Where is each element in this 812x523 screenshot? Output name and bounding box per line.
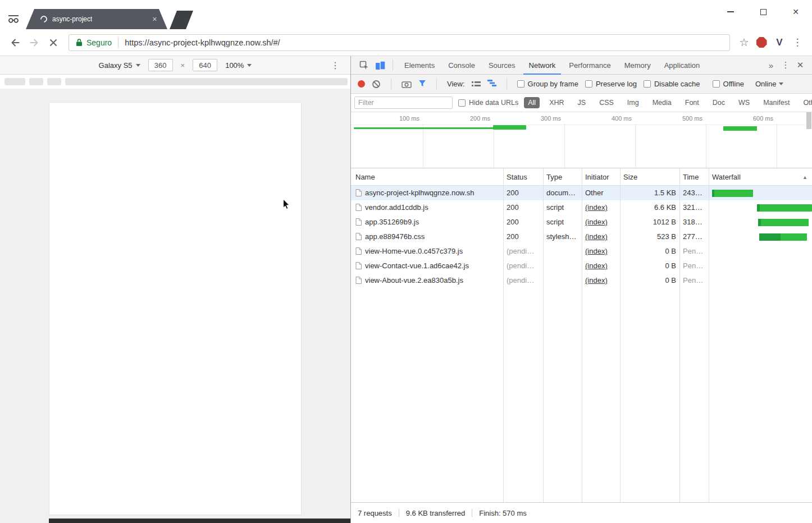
device-select[interactable]: Galaxy S5 <box>99 61 140 70</box>
sort-arrow-icon[interactable]: ▲ <box>802 175 808 180</box>
ruler-segment[interactable] <box>65 78 348 85</box>
offline-option[interactable]: Offline <box>713 80 744 88</box>
waterfall-bar <box>758 219 809 226</box>
browser-tab[interactable]: async-project ✕ <box>26 9 167 29</box>
bookmark-button[interactable]: ☆ <box>736 34 752 51</box>
column-header-initiator[interactable]: Initiator <box>585 173 609 181</box>
filter-type-all[interactable]: All <box>524 97 540 108</box>
filter-type-font[interactable]: Font <box>681 97 703 108</box>
initiator-link[interactable]: (index) <box>585 276 618 285</box>
device-width-input[interactable] <box>148 59 173 71</box>
new-tab-button[interactable] <box>170 11 193 29</box>
waterfall-cell <box>709 259 812 273</box>
profile-button[interactable] <box>6 12 21 25</box>
table-row[interactable]: async-project-kplhwqgnze.now.sh 200 docu… <box>351 186 812 200</box>
preserve-log-option[interactable]: Preserve log <box>585 80 637 88</box>
device-toolbar-menu-button[interactable]: ⋮ <box>327 56 344 75</box>
forward-button[interactable] <box>25 33 44 52</box>
vimium-extension-button[interactable]: V <box>770 34 788 52</box>
filter-type-ws[interactable]: WS <box>735 97 754 108</box>
filter-type-other[interactable]: Other <box>799 97 812 108</box>
column-header-size[interactable]: Size <box>623 173 637 181</box>
filter-type-css[interactable]: CSS <box>595 97 618 108</box>
table-row[interactable]: view-Contact-vue.1.ad6cae42.js (pendi… (… <box>351 259 812 273</box>
disable-cache-checkbox[interactable] <box>644 80 651 88</box>
maximize-button[interactable] <box>747 0 779 24</box>
preserve-log-checkbox[interactable] <box>585 80 592 88</box>
address-bar[interactable]: Seguro https://async-project-kplhwqgnze.… <box>69 34 730 51</box>
tab-console[interactable]: Console <box>443 56 481 75</box>
tab-elements[interactable]: Elements <box>399 56 440 75</box>
filter-type-img[interactable]: Img <box>623 97 643 108</box>
more-tabs-button[interactable]: » <box>764 56 778 74</box>
column-header-type[interactable]: Type <box>546 173 562 181</box>
filter-type-manifest[interactable]: Manifest <box>759 97 793 108</box>
request-name-cell: vendor.add1cddb.js <box>355 203 500 212</box>
filter-type-xhr[interactable]: XHR <box>545 97 568 108</box>
stop-loading-button[interactable] <box>44 33 63 52</box>
close-devtools-button[interactable]: ✕ <box>793 56 808 74</box>
status-cell: (pendi… <box>507 276 541 285</box>
show-overview-icon[interactable] <box>487 80 496 86</box>
column-header-time[interactable]: Time <box>683 173 699 181</box>
hide-data-urls-checkbox[interactable] <box>458 99 466 107</box>
group-by-frame-checkbox[interactable] <box>517 80 524 88</box>
tab-close-icon[interactable]: ✕ <box>152 16 157 23</box>
ruler-segment[interactable] <box>4 78 25 85</box>
tab-application[interactable]: Application <box>659 56 706 75</box>
device-toolbar: Galaxy S5 × 100% ⋮ <box>0 56 350 75</box>
url-text[interactable]: https://async-project-kplhwqgnze.now.sh/… <box>125 38 280 47</box>
tab-performance[interactable]: Performance <box>563 56 616 75</box>
device-viewport[interactable] <box>49 102 302 515</box>
ruler-segment[interactable] <box>29 78 43 85</box>
disable-cache-option[interactable]: Disable cache <box>644 80 700 88</box>
large-rows-view-icon[interactable] <box>472 81 481 88</box>
network-overview[interactable]: 100 ms 200 ms 300 ms 400 ms 500 ms 600 m… <box>351 112 812 168</box>
table-row[interactable]: view-Home-vue.0.c457c379.js (pendi… (ind… <box>351 244 812 259</box>
table-row[interactable]: app.351269b9.js 200 script (index) 1012 … <box>351 215 812 230</box>
ruler-segment[interactable] <box>47 78 61 85</box>
filter-type-js[interactable]: JS <box>574 97 590 108</box>
tab-memory[interactable]: Memory <box>619 56 656 75</box>
table-row[interactable]: vendor.add1cddb.js 200 script (index) 6.… <box>351 200 812 215</box>
initiator-link[interactable]: (index) <box>585 262 618 270</box>
table-row[interactable]: app.e889476b.css 200 stylesh… (index) 52… <box>351 230 812 244</box>
filter-funnel-icon[interactable] <box>418 80 426 87</box>
capture-screenshots-button[interactable] <box>402 80 412 88</box>
initiator-link[interactable]: (index) <box>585 232 618 241</box>
minimize-button[interactable] <box>714 0 747 24</box>
filter-input[interactable] <box>354 97 453 109</box>
throttling-select[interactable]: Online <box>755 80 784 88</box>
initiator-link[interactable]: (index) <box>585 247 618 255</box>
record-network-log-button[interactable] <box>358 80 365 88</box>
initiator-link[interactable]: (index) <box>585 218 618 226</box>
hide-data-urls-option[interactable]: Hide data URLs <box>458 99 518 107</box>
browser-menu-button[interactable]: ⋮ <box>788 34 806 52</box>
back-button[interactable] <box>6 33 25 52</box>
status-cell: 200 <box>507 232 541 241</box>
tab-sources[interactable]: Sources <box>483 56 521 75</box>
security-label[interactable]: Seguro <box>86 38 112 47</box>
inspect-element-button[interactable] <box>355 56 372 74</box>
adblock-extension-button[interactable] <box>752 34 770 52</box>
device-height-input[interactable] <box>193 59 217 71</box>
filter-type-doc[interactable]: Doc <box>709 97 729 108</box>
waterfall-bar <box>712 190 753 197</box>
group-by-frame-option[interactable]: Group by frame <box>517 80 578 88</box>
column-header-name[interactable]: Name <box>355 173 375 181</box>
filter-type-media[interactable]: Media <box>649 97 676 108</box>
devtools-menu-button[interactable]: ⋮ <box>778 56 793 74</box>
table-row[interactable]: view-About-vue.2.ea830a5b.js (pendi… (in… <box>351 273 812 288</box>
scrollbar-thumb[interactable] <box>806 112 811 129</box>
clear-log-button[interactable] <box>372 80 381 89</box>
column-header-status[interactable]: Status <box>507 173 527 181</box>
tab-network[interactable]: Network <box>523 56 562 75</box>
initiator-link[interactable]: (index) <box>585 203 618 212</box>
toggle-device-toolbar-button[interactable] <box>372 56 389 74</box>
offline-checkbox[interactable] <box>713 80 720 88</box>
close-window-button[interactable]: ✕ <box>779 0 812 24</box>
column-header-waterfall[interactable]: Waterfall <box>712 173 741 181</box>
zoom-select[interactable]: 100% <box>225 61 252 70</box>
toolbar-divider <box>436 79 437 90</box>
device-select-label: Galaxy S5 <box>99 61 133 70</box>
